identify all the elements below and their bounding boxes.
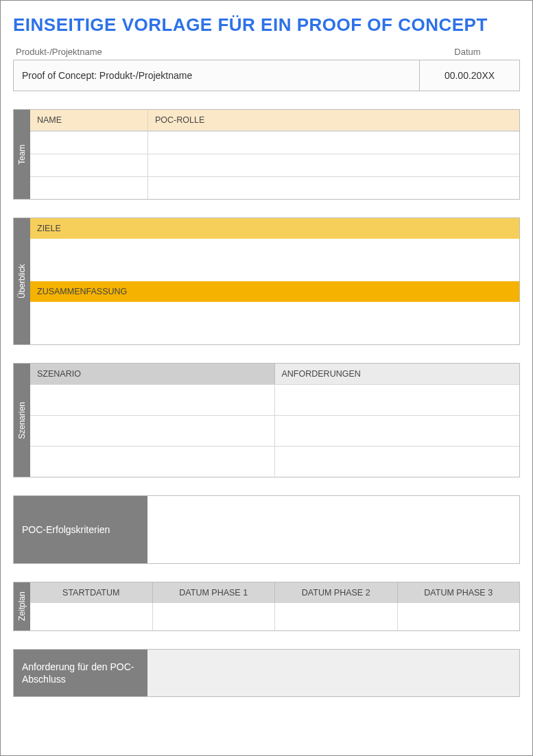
closure-value[interactable]	[147, 650, 519, 696]
goals-header: ZIELE	[30, 218, 519, 239]
timeline-tab: Zeitplan	[14, 582, 30, 630]
requirements-cell[interactable]	[275, 447, 520, 477]
timeline-header: STARTDATUM DATUM PHASE 1 DATUM PHASE 2 D…	[30, 582, 519, 603]
timeline-p3-value[interactable]	[398, 603, 520, 630]
project-name-label: Produkt-/Projektname	[16, 47, 418, 57]
scenario-cell[interactable]	[30, 385, 275, 415]
team-role-cell[interactable]	[148, 132, 519, 154]
table-row	[30, 603, 519, 630]
criteria-label: POC-Erfolgskriterien	[14, 496, 147, 563]
date-value[interactable]: 00.00.20XX	[420, 60, 519, 91]
timeline-p3-header: DATUM PHASE 3	[398, 582, 520, 603]
team-header-name: NAME	[30, 110, 148, 131]
team-header-role: POC-ROLLE	[148, 110, 519, 131]
table-row	[30, 176, 519, 199]
requirements-cell[interactable]	[275, 385, 520, 415]
timeline-p1-header: DATUM PHASE 1	[153, 582, 276, 603]
criteria-value[interactable]	[147, 496, 519, 563]
closure-label: Anforderung für den POC-Abschluss	[14, 650, 147, 696]
page-title: EINSEITIGE VORLAGE FÜR EIN PROOF OF CONC…	[13, 14, 520, 36]
scenario-cell[interactable]	[30, 447, 275, 477]
meta-row: Proof of Concept: Produkt-/Projektname 0…	[13, 60, 520, 91]
team-name-cell[interactable]	[30, 154, 148, 176]
team-header: NAME POC-ROLLE	[30, 110, 519, 131]
criteria-section: POC-Erfolgskriterien	[13, 495, 520, 564]
project-name-value[interactable]: Proof of Concept: Produkt-/Projektname	[14, 60, 420, 91]
timeline-section: Zeitplan STARTDATUM DATUM PHASE 1 DATUM …	[13, 582, 520, 631]
team-name-cell[interactable]	[30, 177, 148, 199]
team-tab: Team	[14, 110, 30, 199]
table-row	[30, 131, 519, 154]
timeline-start-value[interactable]	[30, 603, 153, 630]
meta-labels: Produkt-/Projektname Datum	[13, 47, 520, 60]
timeline-p2-header: DATUM PHASE 2	[275, 582, 398, 603]
closure-section: Anforderung für den POC-Abschluss	[13, 649, 520, 697]
timeline-p2-value[interactable]	[275, 603, 398, 630]
timeline-start-header: STARTDATUM	[30, 582, 153, 603]
requirements-header: ANFORDERUNGEN	[275, 364, 520, 384]
table-row	[30, 384, 519, 415]
team-name-cell[interactable]	[30, 132, 148, 154]
scenarios-tab: Szenarien	[14, 364, 30, 477]
scenario-cell[interactable]	[30, 416, 275, 446]
table-row	[30, 446, 519, 477]
timeline-p1-value[interactable]	[153, 603, 276, 630]
scenarios-section: Szenarien SZENARIO ANFORDERUNGEN	[13, 363, 520, 477]
requirements-cell[interactable]	[275, 416, 520, 446]
goals-value[interactable]	[30, 239, 519, 281]
overview-section: Überblick ZIELE ZUSAMMENFASSUNG	[13, 217, 520, 345]
table-row	[30, 415, 519, 446]
team-section: Team NAME POC-ROLLE	[13, 109, 520, 200]
scenarios-header: SZENARIO ANFORDERUNGEN	[30, 364, 519, 384]
summary-header: ZUSAMMENFASSUNG	[30, 281, 519, 302]
scenario-header: SZENARIO	[30, 364, 275, 384]
table-row	[30, 154, 519, 176]
team-role-cell[interactable]	[148, 154, 519, 176]
overview-tab: Überblick	[14, 218, 30, 344]
summary-value[interactable]	[30, 302, 519, 344]
date-label: Datum	[418, 47, 517, 57]
team-role-cell[interactable]	[148, 177, 519, 199]
